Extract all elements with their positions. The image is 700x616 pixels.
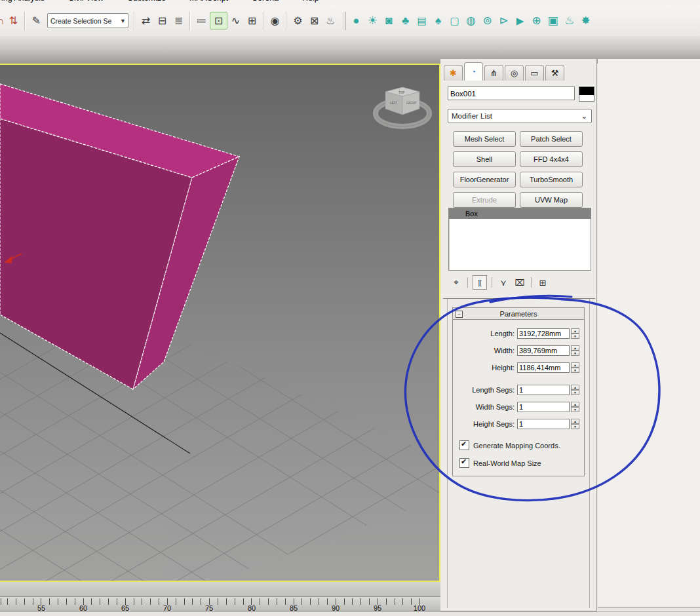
corona-material-icon[interactable]: ⊚ bbox=[479, 12, 496, 29]
viewport-canvas[interactable]: TOP LEFT FRONT bbox=[0, 65, 439, 581]
stack-item-box[interactable]: Box bbox=[449, 208, 591, 219]
edit-named-selection-sets-icon[interactable]: ✎ bbox=[28, 12, 45, 29]
stack-toolbar-separator bbox=[531, 277, 532, 288]
modifier-button-grid: Mesh Select Patch Select Shell FFD 4x4x4… bbox=[453, 131, 584, 208]
shell-button[interactable]: Shell bbox=[453, 151, 516, 167]
schematic-view-icon[interactable]: ⊞ bbox=[244, 12, 260, 29]
patch-select-button[interactable]: Patch Select bbox=[520, 131, 583, 147]
menu-item-lighting-analysis[interactable]: ing Analysis bbox=[1, 0, 45, 3]
forest-object-icon[interactable]: ▢ bbox=[446, 12, 463, 29]
width-field[interactable] bbox=[517, 345, 570, 356]
menu-item-maxscript[interactable]: MAXScript bbox=[189, 0, 228, 3]
turbosmooth-button[interactable]: TurboSmooth bbox=[520, 172, 583, 187]
menu-bar: ing Analysis Civil View Customize MAXScr… bbox=[0, 0, 700, 5]
toolbar-separator bbox=[263, 12, 264, 30]
width-label: Width: bbox=[454, 347, 517, 355]
real-world-map-size-label: Real-World Map Size bbox=[473, 459, 541, 467]
height-spinner[interactable]: ▲▼ bbox=[571, 362, 579, 373]
length-field[interactable] bbox=[517, 328, 570, 339]
length-segs-spinner[interactable]: ▲▼ bbox=[571, 385, 579, 395]
floorgenerator-button[interactable]: FloorGenerator bbox=[453, 172, 516, 187]
stack-toolbar-separator bbox=[467, 277, 468, 288]
spinner-snap-icon[interactable]: ⇅ bbox=[5, 12, 22, 29]
viewcube-top-label[interactable]: TOP bbox=[399, 91, 404, 94]
menu-item-corona[interactable]: Corona bbox=[252, 0, 279, 3]
status-bar bbox=[0, 611, 700, 616]
layer-manager-icon[interactable]: ≣ bbox=[170, 12, 187, 29]
tab-utilities[interactable]: ⚒ bbox=[545, 65, 564, 81]
height-segs-spinner[interactable]: ▲▼ bbox=[571, 419, 579, 429]
rendered-frame-window-icon[interactable]: ⊠ bbox=[306, 12, 322, 29]
length-segs-label: Length Segs: bbox=[454, 386, 517, 394]
corona-render-icon[interactable]: ♨ bbox=[561, 12, 577, 29]
width-segs-spinner[interactable]: ▲▼ bbox=[571, 402, 579, 412]
generate-mapping-coords-checkbox[interactable] bbox=[459, 440, 469, 450]
perspective-viewport[interactable]: TOP LEFT FRONT bbox=[0, 64, 440, 582]
align-icon[interactable]: ⊟ bbox=[154, 12, 170, 29]
corona-camera-icon[interactable]: ◙ bbox=[381, 12, 397, 29]
forest-library-icon[interactable]: ▤ bbox=[414, 12, 430, 29]
corona-sun-icon[interactable]: ☀ bbox=[364, 12, 381, 29]
height-field[interactable] bbox=[517, 362, 570, 373]
width-spinner[interactable]: ▲▼ bbox=[571, 345, 579, 356]
tab-create[interactable]: ✱ bbox=[444, 65, 463, 81]
show-end-result-icon[interactable]: ][ bbox=[473, 275, 487, 290]
corona-scatter-icon[interactable]: ◍ bbox=[463, 12, 479, 29]
tab-display[interactable]: ▭ bbox=[525, 65, 544, 81]
menu-item-customize[interactable]: Customize bbox=[127, 0, 166, 3]
configure-modifier-sets-icon[interactable]: ⊞ bbox=[536, 276, 549, 289]
time-slider-strip[interactable] bbox=[0, 582, 440, 597]
corona-bulb-icon[interactable]: ✸ bbox=[577, 12, 594, 29]
make-unique-icon[interactable]: ⋎ bbox=[497, 276, 510, 289]
modifier-list-dropdown[interactable]: Modifier List ⌄ bbox=[448, 109, 592, 123]
forest-scatter-icon[interactable]: ♣ bbox=[397, 12, 414, 29]
corona-vfb-icon[interactable]: ▣ bbox=[545, 12, 561, 29]
corona-proxy-icon[interactable]: ⊳ bbox=[496, 12, 512, 29]
corona-light-icon[interactable]: ● bbox=[348, 12, 364, 29]
corona-interactive-icon[interactable]: ▶ bbox=[512, 12, 528, 29]
real-world-map-size-checkbox[interactable] bbox=[459, 458, 469, 468]
height-segs-field[interactable] bbox=[517, 419, 570, 429]
menu-item-help[interactable]: Help bbox=[302, 0, 319, 3]
object-color-swatch[interactable] bbox=[579, 87, 594, 102]
viewcube-left-label[interactable]: LEFT bbox=[390, 102, 397, 105]
collapse-icon[interactable]: – bbox=[456, 311, 463, 318]
tab-modify[interactable]: ◔ bbox=[464, 62, 483, 81]
ffd-4x4x4-button[interactable]: FFD 4x4x4 bbox=[520, 151, 583, 167]
quick-render-icon[interactable]: ♨ bbox=[322, 12, 339, 29]
chevron-down-icon: ▼ bbox=[118, 18, 128, 24]
length-segs-field[interactable] bbox=[517, 385, 570, 395]
curve-editor-icon[interactable]: ∿ bbox=[227, 12, 244, 29]
menu-item-civil-view[interactable]: Civil View bbox=[68, 0, 104, 3]
tab-hierarchy[interactable]: ⋔ bbox=[484, 65, 503, 81]
scene-explorer-icon[interactable]: ≔ bbox=[193, 12, 210, 29]
toolbar-separator bbox=[343, 12, 344, 30]
tab-motion[interactable]: ◎ bbox=[505, 65, 524, 81]
forest-tree-icon[interactable]: ♠ bbox=[430, 12, 446, 29]
angle-snap-icon[interactable]: ∩ bbox=[0, 12, 5, 29]
rollout-scroll-region: – Parameters Length: ▲▼ Width: ▲▼ bbox=[447, 299, 590, 608]
main-toolbar: ∩ ⇅ ✎ Create Selection Se ▼ ⇄ ⊟ ≣ ≔ ⊡ ∿ … bbox=[0, 5, 700, 37]
width-segs-label: Width Segs: bbox=[454, 403, 517, 411]
mirror-icon[interactable]: ⇄ bbox=[138, 12, 154, 29]
pin-stack-icon[interactable]: ⌖ bbox=[450, 276, 463, 289]
viewcube-front-label[interactable]: FRONT bbox=[406, 102, 417, 105]
named-selection-set-combo[interactable]: Create Selection Se ▼ bbox=[47, 13, 128, 28]
3dsmax-window: ing Analysis Civil View Customize MAXScr… bbox=[0, 0, 700, 616]
modifier-stack[interactable]: Box bbox=[448, 208, 591, 271]
track-bar[interactable]: 55 60 65 70 75 80 85 90 95 100 bbox=[0, 597, 440, 613]
mesh-select-button[interactable]: Mesh Select bbox=[453, 131, 516, 147]
length-spinner[interactable]: ▲▼ bbox=[571, 328, 579, 339]
remove-modifier-icon[interactable]: ⌧ bbox=[513, 276, 526, 289]
command-panel-extension bbox=[598, 59, 700, 607]
corona-camera-add-icon[interactable]: ⊕ bbox=[528, 12, 545, 29]
material-editor-icon[interactable]: ◉ bbox=[267, 12, 283, 29]
modifier-list-label: Modifier List bbox=[452, 112, 492, 120]
extrude-button[interactable]: Extrude bbox=[453, 192, 516, 208]
object-name-field[interactable] bbox=[448, 87, 575, 100]
width-segs-field[interactable] bbox=[517, 402, 570, 412]
uvw-map-button[interactable]: UVW Map bbox=[520, 192, 583, 208]
parameters-rollout-header[interactable]: – Parameters bbox=[453, 308, 584, 320]
render-setup-icon[interactable]: ⚙ bbox=[290, 12, 306, 29]
explorer-open-icon[interactable]: ⊡ bbox=[210, 12, 227, 29]
